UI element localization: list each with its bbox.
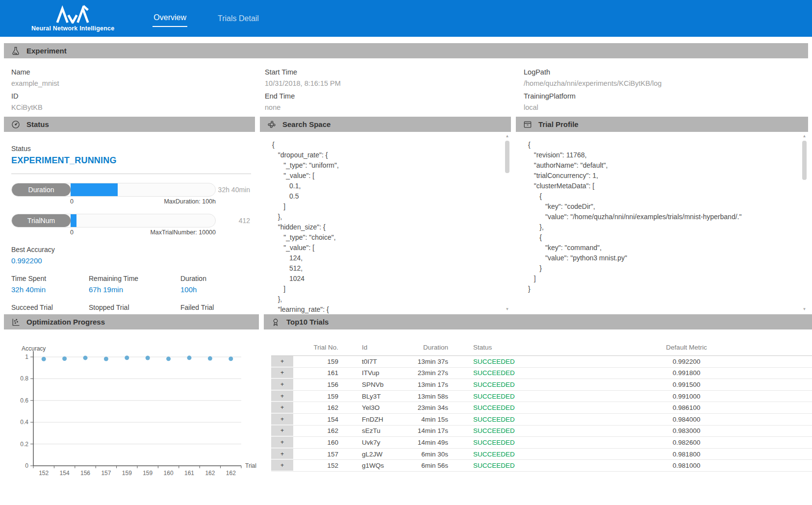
svg-text:156: 156 [80, 470, 90, 477]
cell-default-metric: 0.991800 [544, 369, 812, 377]
cell-duration: 23min 27s [401, 369, 456, 377]
cell-id: t0I7T [342, 358, 401, 365]
top10-title: Top10 Trials [286, 318, 329, 326]
cell-default-metric: 0.981800 [544, 451, 812, 458]
cell-trial-no: 159 [293, 393, 342, 400]
cell-status: SUCCEEDED [456, 462, 544, 469]
scroll-down-icon[interactable]: ▼ [504, 307, 510, 311]
cell-status: SUCCEEDED [456, 358, 544, 365]
status-panel: Status Status EXPERIMENT_RUNNING Duratio… [4, 117, 255, 313]
search-space-icon [267, 120, 277, 129]
expand-row-button[interactable]: + [271, 414, 293, 425]
trial-profile-title: Trial Profile [538, 120, 579, 128]
tab-trials-detail[interactable]: Trials Detail [217, 11, 260, 26]
cell-trial-no: 160 [293, 439, 342, 446]
cell-status: SUCCEEDED [456, 451, 544, 458]
table-row: +152g1WQs6min 56sSUCCEEDED0.981000 [271, 460, 812, 472]
archive-box-icon [523, 120, 533, 129]
status-label: Status [11, 145, 255, 152]
expand-row-button[interactable]: + [271, 460, 293, 471]
duration-bar-value: 32h 40min [216, 186, 251, 194]
expand-row-button[interactable]: + [271, 449, 293, 460]
cell-duration: 13min 58s [401, 393, 456, 400]
cell-default-metric: 0.991000 [544, 393, 812, 400]
cell-id: gL2JW [342, 451, 401, 458]
expand-row-button[interactable]: + [271, 368, 293, 379]
col-duration: Duration [401, 344, 456, 351]
cell-trial-no: 159 [293, 358, 342, 365]
svg-text:157: 157 [101, 470, 111, 477]
expand-row-button[interactable]: + [271, 379, 293, 390]
duration-value: 100h [180, 285, 255, 294]
col-trial-no: Trial No. [293, 344, 342, 351]
cell-id: ITVup [342, 369, 401, 377]
scroll-up-icon[interactable]: ▲ [504, 134, 510, 138]
cell-trial-no: 156 [293, 381, 342, 388]
trialnum-min: 0 [70, 229, 74, 236]
table-row: +161ITVup23min 27sSUCCEEDED0.991800 [271, 368, 812, 379]
trialnum-bar-value: 412 [216, 217, 251, 225]
table-row: +160Uvk7y14min 49sSUCCEEDED0.982600 [271, 437, 812, 449]
start-time-label: Start Time [265, 68, 524, 76]
expand-row-button[interactable]: + [271, 437, 293, 448]
name-value: example_mnist [11, 79, 265, 87]
expand-row-button[interactable]: + [271, 402, 293, 413]
status-panel-header: Status [4, 117, 255, 132]
best-accuracy-label: Best Accuracy [11, 246, 89, 253]
succeed-trial-label: Succeed Trial [11, 303, 89, 311]
search-space-body: { "dropout_rate": { "_type": "uniform", … [260, 132, 511, 313]
experiment-section: Experiment Name example_mnist ID KCiBytK… [4, 43, 808, 115]
trial-profile-header: Trial Profile [516, 117, 808, 132]
cell-duration: 14min 49s [401, 439, 456, 446]
trialnum-bar-label: TrialNum [12, 214, 71, 227]
svg-text:152: 152 [39, 470, 49, 477]
cell-id: sEzTu [342, 427, 401, 434]
cell-status: SUCCEEDED [456, 439, 544, 446]
cell-id: FnDZH [342, 416, 401, 423]
tab-overview[interactable]: Overview [152, 10, 187, 27]
duration-bar-range: 0 MaxDuration: 100h [70, 198, 216, 205]
best-accuracy-value: 0.992200 [11, 256, 89, 265]
expand-row-button[interactable]: + [271, 356, 293, 367]
cell-status: SUCCEEDED [456, 427, 544, 434]
trial-profile-json: { "revision": 11768, "authorName": "defa… [516, 132, 808, 294]
table-row: +159t0I7T13min 37sSUCCEEDED0.992200 [271, 356, 812, 368]
search-space-scrollbar[interactable]: ▲ ▼ [504, 134, 510, 311]
trialnum-max: MaxTrialNumber: 10000 [150, 229, 216, 236]
scroll-thumb[interactable] [505, 141, 509, 173]
table-row: +162Yel3O23min 34sSUCCEEDED0.986100 [271, 402, 812, 414]
svg-text:162: 162 [226, 470, 236, 477]
nav-tabs: Overview Trials Detail [152, 0, 260, 37]
experiment-title: Experiment [26, 47, 67, 55]
cell-duration: 6min 56s [401, 462, 456, 469]
cell-trial-no: 162 [293, 427, 342, 434]
svg-text:0: 0 [25, 462, 28, 469]
svg-text:Accuracy: Accuracy [22, 345, 46, 352]
scroll-up-icon[interactable]: ▲ [801, 134, 808, 138]
duration-label: Duration [180, 275, 255, 282]
svg-text:159: 159 [143, 470, 152, 477]
optimization-body: Accuracy00.20.40.60.81152154156157159159… [4, 329, 259, 505]
cell-status: SUCCEEDED [456, 381, 544, 388]
logpath-label: LogPath [524, 68, 808, 76]
cell-duration: 4min 15s [401, 416, 456, 423]
id-value: KCiBytKB [11, 103, 265, 111]
col-default-metric: Default Metric [544, 344, 812, 351]
cell-default-metric: 0.986100 [544, 404, 812, 411]
trialnum-bar-track [71, 214, 215, 227]
trial-profile-scrollbar[interactable]: ▲ ▼ [801, 134, 808, 311]
cell-status: SUCCEEDED [456, 393, 544, 400]
expand-row-button[interactable]: + [271, 391, 293, 402]
cell-default-metric: 0.984000 [544, 416, 812, 423]
top10-panel: Top10 Trials Trial No. Id Duration Statu… [264, 314, 812, 505]
cell-id: Uvk7y [342, 439, 401, 446]
optimization-title: Optimization Progress [26, 318, 105, 326]
scroll-down-icon[interactable]: ▼ [801, 307, 808, 311]
medal-icon [271, 317, 280, 327]
scroll-thumb[interactable] [802, 141, 807, 180]
platform-value: local [524, 103, 808, 111]
expand-row-button[interactable]: + [271, 426, 293, 437]
table-row: +154FnDZH4min 15sSUCCEEDED0.984000 [271, 414, 812, 426]
cell-id: BLy3T [342, 393, 401, 400]
svg-text:160: 160 [164, 470, 174, 477]
